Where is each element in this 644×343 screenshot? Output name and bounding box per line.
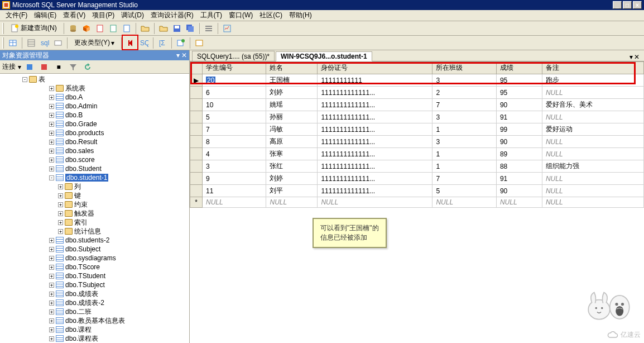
data-cell[interactable]: 7 xyxy=(203,123,266,136)
row-header[interactable] xyxy=(190,123,203,136)
data-cell[interactable]: NULL xyxy=(542,136,643,148)
expander-icon[interactable]: + xyxy=(49,86,54,91)
expander-icon[interactable]: - xyxy=(22,77,27,82)
expander-icon[interactable]: + xyxy=(49,292,54,297)
tree-node[interactable]: +触发器 xyxy=(0,209,189,218)
connect-dropdown-icon[interactable]: ▾ xyxy=(18,63,21,71)
tb-btn-5[interactable] xyxy=(121,22,133,35)
data-cell[interactable]: NULL xyxy=(318,197,432,208)
expander-icon[interactable]: + xyxy=(58,184,63,189)
tb-btn-3[interactable] xyxy=(94,22,106,35)
menu-help[interactable]: 帮助(H) xyxy=(286,9,315,21)
data-cell[interactable]: 3 xyxy=(203,160,266,173)
tree-node[interactable]: +dbo.教员基本信息表 xyxy=(0,316,189,325)
tree-node[interactable]: +键 xyxy=(0,191,189,200)
tb-btn-2[interactable] xyxy=(80,22,93,35)
tree-node[interactable]: +dbo.Admin xyxy=(0,102,189,111)
menu-edit[interactable]: 编辑(E) xyxy=(31,9,60,21)
data-cell[interactable]: 1111111111111... xyxy=(318,148,432,160)
col-header[interactable]: 备注 xyxy=(542,62,643,74)
table-row[interactable]: 11刘平1111111111111...590NULL xyxy=(190,185,644,197)
expander-icon[interactable]: + xyxy=(49,301,54,306)
td-btn-2[interactable] xyxy=(25,37,37,49)
tree-node[interactable]: +dbo.二班 xyxy=(0,307,189,316)
table-row[interactable]: *NULLNULLNULLNULLNULLNULL xyxy=(190,197,644,208)
expander-icon[interactable]: + xyxy=(49,131,54,136)
data-cell[interactable]: NULL xyxy=(542,111,643,123)
data-cell[interactable]: 99 xyxy=(496,123,542,136)
tree-node[interactable]: +索引 xyxy=(0,218,189,227)
table-row[interactable]: 10姚瑶1111111111111...790爱好音乐、美术 xyxy=(190,99,644,111)
row-header[interactable] xyxy=(190,185,203,197)
data-cell[interactable]: 1111111111111... xyxy=(318,136,432,148)
expander-icon[interactable]: + xyxy=(49,256,54,261)
expander-icon[interactable]: - xyxy=(49,175,54,180)
tree-node[interactable]: +dbo.成绩表 xyxy=(0,289,189,298)
data-cell[interactable]: 1111111111111... xyxy=(318,111,432,123)
data-cell[interactable]: 3 xyxy=(432,111,496,123)
expander-icon[interactable]: + xyxy=(49,113,54,118)
tab-close-icon[interactable]: ✕ xyxy=(634,53,640,61)
data-cell[interactable]: 高原 xyxy=(266,136,318,148)
data-cell[interactable]: 冯敏 xyxy=(266,123,318,136)
data-cell[interactable]: 95 xyxy=(496,74,542,87)
tree-node[interactable]: +统计信息 xyxy=(0,227,189,236)
expander-icon[interactable]: + xyxy=(58,193,63,198)
tree-node[interactable]: +dbo.课程表 xyxy=(0,334,189,343)
data-cell[interactable]: 1111111111111... xyxy=(318,99,432,111)
menu-tools[interactable]: 工具(T) xyxy=(197,9,225,21)
tree-node[interactable]: +dbo.Grade xyxy=(0,120,189,128)
data-cell[interactable]: 3 xyxy=(432,136,496,148)
menu-project[interactable]: 项目(P) xyxy=(89,9,118,21)
data-cell[interactable]: 89 xyxy=(496,148,542,160)
tree-node[interactable]: +dbo.课程 xyxy=(0,325,189,334)
row-header[interactable] xyxy=(190,173,203,185)
data-cell[interactable]: 爱好运动 xyxy=(542,123,643,136)
data-grid[interactable]: 学生编号姓名身份证号所在班级成绩备注 ▶20王国楠11111111111395跑… xyxy=(190,61,644,343)
data-cell[interactable]: 1111111111111... xyxy=(318,123,432,136)
expander-icon[interactable]: + xyxy=(49,149,54,154)
data-cell[interactable]: 5 xyxy=(432,185,496,197)
expander-icon[interactable]: + xyxy=(58,211,63,216)
data-cell[interactable]: NULL xyxy=(542,185,643,197)
row-header[interactable] xyxy=(190,148,203,160)
maximize-button[interactable]: □ xyxy=(623,1,632,9)
col-header[interactable]: 姓名 xyxy=(266,62,318,74)
row-header[interactable] xyxy=(190,160,203,173)
tb-btn-11[interactable] xyxy=(221,22,233,35)
row-header[interactable]: * xyxy=(190,197,203,208)
data-cell[interactable]: 1111111111111... xyxy=(318,185,432,197)
tree-node[interactable]: +dbo.A xyxy=(0,93,189,102)
tree-node[interactable]: +dbo.sales xyxy=(0,146,189,155)
data-cell[interactable]: 5 xyxy=(203,111,266,123)
table-row[interactable]: 3张红1111111111111...188组织能力强 xyxy=(190,160,644,173)
tree-node[interactable]: -dbo.student-1 xyxy=(0,173,189,182)
td-btn-9[interactable] xyxy=(193,37,205,49)
data-cell[interactable]: 刘婷 xyxy=(266,173,318,185)
pt-btn-2[interactable] xyxy=(38,61,50,73)
data-cell[interactable]: 组织能力强 xyxy=(542,160,643,173)
data-cell[interactable]: 1111111111111... xyxy=(318,87,432,99)
data-cell[interactable]: 2 xyxy=(432,87,496,99)
tree-node[interactable]: +列 xyxy=(0,182,189,191)
pt-btn-3[interactable]: ■ xyxy=(52,61,65,73)
data-cell[interactable]: NULL xyxy=(266,197,318,208)
data-cell[interactable]: 11111111111 xyxy=(318,74,432,87)
tree-node[interactable]: +dbo.TStudent xyxy=(0,271,189,280)
data-cell[interactable]: 20 xyxy=(203,74,266,87)
expander-icon[interactable]: + xyxy=(49,122,54,127)
pt-btn-5[interactable] xyxy=(81,61,94,73)
pt-btn-4[interactable] xyxy=(67,61,79,73)
expander-icon[interactable]: + xyxy=(58,202,63,207)
expander-icon[interactable]: + xyxy=(49,247,54,252)
tree-node[interactable]: +dbo.TScore xyxy=(0,263,189,271)
tree-node[interactable]: +dbo.sysdiagrams xyxy=(0,254,189,263)
data-cell[interactable]: 张红 xyxy=(266,160,318,173)
tree-node[interactable]: +dbo.products xyxy=(0,128,189,137)
expander-icon[interactable]: + xyxy=(49,104,54,109)
data-cell[interactable]: 90 xyxy=(496,136,542,148)
row-header[interactable] xyxy=(190,87,203,99)
expander-icon[interactable]: + xyxy=(49,140,54,145)
menu-view[interactable]: 查看(V) xyxy=(60,9,89,21)
tab-student1[interactable]: WIN-9CSQ9J6...o.student-1 xyxy=(276,51,372,61)
